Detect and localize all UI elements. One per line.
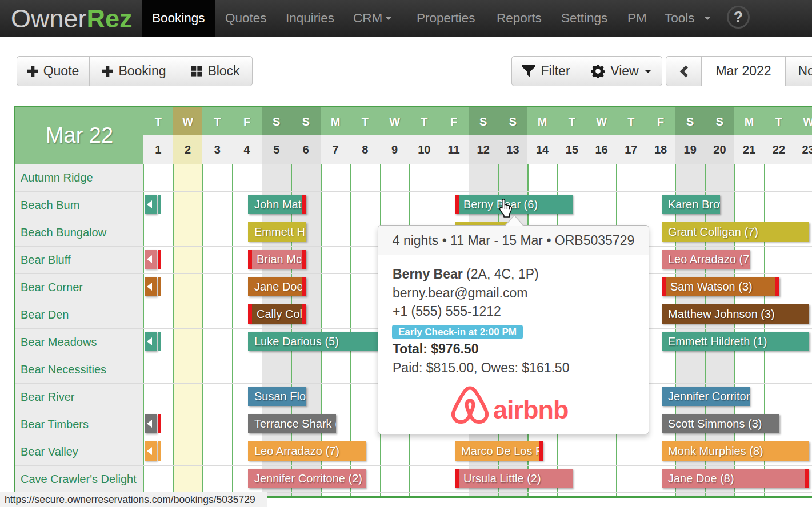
svg-text:airbnb: airbnb: [493, 395, 569, 424]
